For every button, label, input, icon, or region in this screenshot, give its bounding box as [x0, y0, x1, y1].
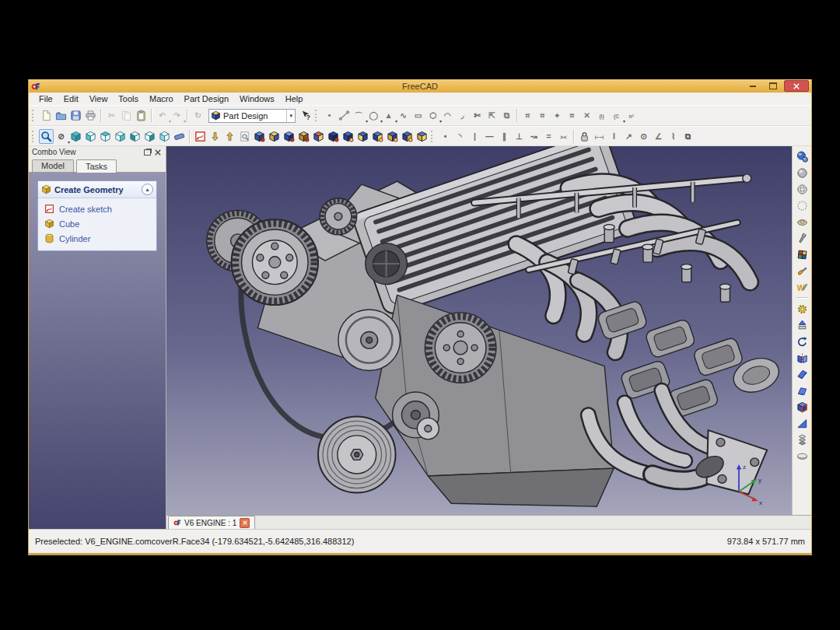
mirrored-button[interactable] — [385, 129, 400, 144]
rename-sketch-button[interactable]: n² — [624, 108, 639, 123]
leave-sketch-button[interactable] — [208, 129, 222, 144]
mirror-macro-button[interactable] — [794, 350, 810, 366]
float-panel-button[interactable] — [142, 148, 152, 157]
document-tab-close-button[interactable] — [240, 518, 250, 528]
whats-this-button[interactable]: ? — [299, 108, 313, 123]
stack-macro-button[interactable] — [794, 432, 810, 447]
open-file-button[interactable] — [54, 108, 68, 123]
redo-button[interactable]: ↷▾ — [170, 108, 184, 123]
fit-all-button[interactable] — [39, 129, 54, 144]
menu-macro[interactable]: Macro — [144, 93, 179, 104]
select-redundant-constraints-button[interactable]: ⌗ — [565, 108, 579, 123]
menu-view[interactable]: View — [84, 93, 114, 104]
revolution-button[interactable] — [296, 129, 311, 144]
wrench-macro-button[interactable]: W — [794, 279, 810, 295]
points-view-button[interactable] — [794, 198, 810, 213]
select-associated-constraints-button[interactable]: ⌗ — [535, 108, 550, 123]
wireframe-view-button[interactable] — [794, 181, 810, 197]
tab-tasks[interactable]: Tasks — [76, 159, 117, 173]
constraint-horizontal-button[interactable]: — — [482, 129, 497, 144]
select-conflicting-button[interactable]: (C▾ — [609, 108, 624, 123]
minimize-button[interactable] — [744, 81, 762, 91]
constraint-vertical-button[interactable]: | — [467, 129, 482, 144]
rotate-macro-button[interactable] — [794, 334, 810, 349]
delete-all-geometry-button[interactable]: ✕ — [579, 108, 594, 123]
sketch-rectangle-button[interactable]: ▭ — [411, 108, 425, 123]
toolbar-grip[interactable] — [32, 131, 36, 142]
view-rear-button[interactable] — [128, 129, 142, 144]
sketch-polyline-button[interactable]: ∿ — [396, 108, 411, 123]
combo-view-header[interactable]: Combo View — [29, 146, 166, 158]
sketch-polygon-button[interactable]: ⬡▾ — [425, 108, 440, 123]
3d-viewport[interactable]: z y x — [166, 146, 792, 515]
wedge-macro-button[interactable] — [794, 415, 810, 431]
task-item-create-sketch[interactable]: Create sketch — [40, 201, 155, 216]
view-right-button[interactable] — [113, 129, 128, 144]
constraint-equal-button[interactable]: = — [541, 129, 556, 144]
collapse-section-button[interactable]: ▲ — [142, 184, 153, 195]
create-sketch-button[interactable] — [193, 129, 208, 144]
maximize-button[interactable] — [764, 81, 782, 91]
view-front-button[interactable] — [83, 129, 98, 144]
extrude-up-macro-button[interactable] — [794, 317, 810, 333]
sketch-conic-button[interactable]: ▲▾ — [381, 108, 396, 123]
constraint-snell-law-button[interactable]: ⌇ — [666, 129, 681, 144]
toggle-constraint-button[interactable]: ⧉ — [681, 129, 695, 144]
toolbar-grip[interactable] — [32, 110, 36, 121]
constraint-horizontal-distance-button[interactable]: ⊢⊣ — [592, 129, 607, 144]
sketch-line-button[interactable] — [337, 108, 352, 123]
menu-help[interactable]: Help — [280, 93, 309, 104]
toolbar-grip[interactable] — [315, 110, 319, 121]
draw-style-button[interactable]: ⊘▾ — [54, 129, 68, 144]
document-tab[interactable]: V6 ENGINE : 1 — [168, 516, 255, 529]
sketch-arc-button[interactable]: ⌒▾ — [352, 108, 366, 123]
view-top-button[interactable] — [98, 129, 113, 144]
screwdriver-macro-button[interactable] — [794, 263, 810, 278]
new-file-button[interactable] — [39, 108, 54, 123]
select-unconstrained-dof-button[interactable]: ⌗ — [520, 108, 535, 123]
sketch-point-button[interactable]: • — [322, 108, 337, 123]
select-origin-button[interactable]: (I) — [594, 108, 609, 123]
chamfer-button[interactable] — [355, 129, 370, 144]
constraint-radius-button[interactable]: ⊙ — [636, 129, 651, 144]
close-panel-button[interactable] — [152, 148, 163, 157]
tab-model[interactable]: Model — [32, 159, 74, 172]
task-item-cube[interactable]: Cube — [40, 216, 155, 231]
constraint-distance-button[interactable]: ↗ — [621, 129, 636, 144]
sketch-carbon-copy-button[interactable]: ⧉ — [499, 108, 514, 123]
undo-button[interactable]: ↶▾ — [155, 108, 170, 123]
constraint-symmetric-button[interactable]: >< — [556, 129, 571, 144]
v6-engine-model[interactable] — [166, 146, 792, 515]
constraint-lock-button[interactable] — [577, 129, 592, 144]
constraint-vertical-distance-button[interactable]: I — [607, 129, 621, 144]
pad-button[interactable] — [267, 129, 282, 144]
menu-file[interactable]: File — [33, 93, 58, 104]
menu-part-design[interactable]: Part Design — [179, 93, 234, 104]
menu-windows[interactable]: Windows — [234, 93, 280, 104]
sweep-macro-button[interactable] — [794, 366, 810, 382]
shaded-view-button[interactable] — [794, 149, 810, 164]
sketch-fillet-button[interactable]: ◞ — [455, 108, 470, 123]
save-file-button[interactable] — [68, 108, 83, 123]
constraint-angle-button[interactable]: ∠ — [651, 129, 666, 144]
sketch-circle-button[interactable]: ◯▾ — [366, 108, 381, 123]
screw-part-button[interactable] — [794, 230, 810, 246]
task-item-cylinder[interactable]: Cylinder — [40, 231, 155, 246]
sketch-slot-button[interactable]: ◠ — [440, 108, 455, 123]
measure-distance-button[interactable] — [172, 129, 187, 144]
workbench-selector[interactable]: Part Design ▾ — [208, 109, 296, 123]
copy-button[interactable] — [119, 108, 134, 123]
view-left-button[interactable] — [157, 129, 172, 144]
view-section-button[interactable] — [252, 129, 267, 144]
view-bottom-button[interactable] — [142, 129, 157, 144]
fillet-button[interactable] — [341, 129, 355, 144]
gear-macro-button[interactable] — [794, 301, 810, 317]
title-bar[interactable]: FreeCAD — [29, 79, 811, 93]
constraint-parallel-button[interactable]: ∥ — [497, 129, 512, 144]
polar-pattern-button[interactable] — [415, 129, 429, 144]
menu-tools[interactable]: Tools — [113, 93, 144, 104]
groove-button[interactable] — [311, 129, 326, 144]
constraint-perpendicular-button[interactable]: ⊥ — [512, 129, 527, 144]
create-geometry-header[interactable]: Create Geometry ▲ — [38, 181, 156, 198]
linear-pattern-button[interactable] — [400, 129, 415, 144]
